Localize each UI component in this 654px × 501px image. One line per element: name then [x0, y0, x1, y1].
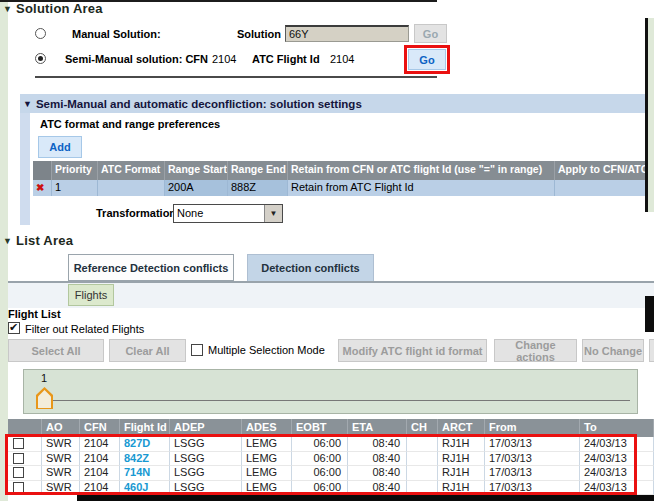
solution-area-title: Solution Area	[16, 1, 103, 16]
tab-reference-detection-conflicts[interactable]: Reference Detection conflicts	[68, 254, 234, 281]
header-eobt: EOBT	[292, 419, 348, 437]
collapse-triangle-icon[interactable]: ▼	[3, 236, 12, 246]
no-change-button[interactable]: No Change	[582, 339, 644, 362]
transformation-rule-value: None	[174, 205, 264, 222]
flight-row[interactable]: SWR 2104 460J LSGG LEMG 06:00 08:40 RJ1H…	[8, 481, 654, 496]
truncated-right-button[interactable]: S	[649, 339, 654, 362]
flight-row[interactable]: SWR 2104 842Z LSGG LEMG 06:00 08:40 RJ1H…	[8, 452, 654, 467]
modify-atc-format-button[interactable]: Modify ATC flight id format	[338, 339, 487, 362]
cell-eta: 08:40	[348, 466, 407, 481]
list-area-title: List Area	[16, 233, 73, 248]
transformation-rule-dropdown[interactable]: None ▼	[173, 204, 283, 223]
slider-track	[44, 400, 630, 401]
header-from: From	[485, 419, 580, 437]
solution-input[interactable]	[285, 25, 409, 42]
tab-detection-conflicts[interactable]: Detection conflicts	[247, 254, 374, 281]
header-retain: Retain from CFN or ATC flight Id (use "=…	[288, 161, 555, 180]
flight-id-link[interactable]: 842Z	[120, 452, 170, 467]
flight-id-link[interactable]: 460J	[120, 481, 170, 496]
cell-eobt: 06:00	[292, 481, 348, 496]
cell-retain: Retain from ATC Flight Id	[288, 180, 555, 196]
flight-id-link[interactable]: 714N	[120, 466, 170, 481]
atc-preferences-title: ATC format and range preferences	[40, 118, 220, 130]
flight-row[interactable]: SWR 2104 827D LSGG LEMG 06:00 08:40 RJ1H…	[8, 437, 654, 452]
solution-field-label: Solution	[237, 28, 281, 40]
cell-ades: LEMG	[242, 466, 292, 481]
select-all-button[interactable]: Select All	[8, 339, 104, 362]
header-range-start: Range Start	[165, 161, 228, 180]
cell-range-start[interactable]: 200A	[165, 180, 228, 196]
cell-ch	[407, 452, 438, 467]
selection-slider-panel	[23, 369, 638, 414]
filter-related-checkbox[interactable]	[8, 322, 20, 334]
collapse-triangle-icon[interactable]: ▼	[3, 4, 12, 14]
flight-row-checkbox[interactable]	[13, 438, 24, 449]
cell-ch	[407, 466, 438, 481]
cell-arct: RJ1H	[438, 481, 485, 496]
dropdown-arrow-icon[interactable]: ▼	[264, 205, 282, 222]
delete-row-icon[interactable]: ✖	[36, 182, 44, 193]
preferences-table-header: Priority ATC Format Range Start Range En…	[33, 161, 654, 180]
slider-value: 1	[41, 372, 47, 384]
cell-eta: 08:40	[348, 437, 407, 452]
preferences-table: Priority ATC Format Range Start Range En…	[33, 161, 654, 196]
collapse-triangle-icon[interactable]: ▼	[23, 99, 32, 109]
header-priority: Priority	[52, 161, 98, 180]
semi-manual-solution-radio[interactable]	[35, 53, 46, 64]
flight-row-checkbox[interactable]	[13, 453, 24, 464]
deconfliction-left-strip	[20, 113, 30, 225]
header-ao: AO	[42, 419, 80, 437]
preferences-table-row[interactable]: ✖ 1 200A 888Z Retain from ATC Flight Id	[33, 180, 654, 196]
left-frame-strip	[0, 0, 8, 501]
multiple-selection-label: Multiple Selection Mode	[208, 344, 325, 356]
cell-ades: LEMG	[242, 437, 292, 452]
manual-go-button[interactable]: Go	[414, 24, 447, 43]
cell-ades: LEMG	[242, 452, 292, 467]
cell-eobt: 06:00	[292, 466, 348, 481]
cell-eta: 08:40	[348, 481, 407, 496]
cell-from: 17/03/13	[485, 452, 580, 467]
cell-ao: SWR	[42, 437, 80, 452]
cell-to: 24/03/13	[580, 452, 654, 467]
list-area-header: ▼List Area	[3, 233, 73, 248]
semi-manual-go-button[interactable]: Go	[408, 49, 446, 70]
cell-cfn: 2104	[80, 481, 120, 496]
cell-ch	[407, 481, 438, 496]
flight-table: AO CFN Flight Id ADEP ADES EOBT ETA CH A…	[8, 419, 654, 495]
clear-all-button[interactable]: Clear All	[109, 339, 186, 362]
manual-solution-radio[interactable]	[35, 28, 46, 39]
flight-id-link[interactable]: 827D	[120, 437, 170, 452]
cell-to: 24/03/13	[580, 437, 654, 452]
cell-eobt: 06:00	[292, 452, 348, 467]
multiple-selection-checkbox[interactable]	[191, 344, 203, 356]
flight-list-title: Flight List	[8, 308, 61, 320]
header-eta: ETA	[348, 419, 407, 437]
atc-flight-id-label: ATC Flight Id	[252, 53, 320, 65]
cell-cfn: 2104	[80, 437, 120, 452]
cell-priority: 1	[52, 180, 98, 196]
cell-from: 17/03/13	[485, 437, 580, 452]
cell-range-end[interactable]: 888Z	[228, 180, 288, 196]
deconfliction-title: Semi-Manual and automatic deconfliction:…	[36, 98, 362, 110]
cell-ao: SWR	[42, 481, 80, 496]
flight-row[interactable]: SWR 2104 714N LSGG LEMG 06:00 08:40 RJ1H…	[8, 466, 654, 481]
solution-separator	[35, 76, 437, 78]
add-button[interactable]: Add	[38, 136, 82, 158]
right-frame-block	[645, 296, 654, 332]
right-frame-line	[645, 18, 654, 212]
cell-adep: LSGG	[170, 437, 242, 452]
cell-arct: RJ1H	[438, 437, 485, 452]
flight-row-checkbox[interactable]	[13, 482, 24, 493]
cell-eta: 08:40	[348, 452, 407, 467]
bottom-frame-bar	[77, 495, 654, 501]
flight-row-checkbox[interactable]	[13, 467, 24, 478]
cell-to: 24/03/13	[580, 466, 654, 481]
slider-handle[interactable]	[36, 387, 53, 409]
cell-to: 24/03/13	[580, 481, 654, 496]
cell-cfn: 2104	[80, 452, 120, 467]
change-actions-button[interactable]: Change actions	[494, 339, 577, 362]
tab-flights[interactable]: Flights	[68, 284, 114, 306]
cell-adep: LSGG	[170, 452, 242, 467]
cell-atc-format	[98, 180, 165, 196]
header-to: To	[580, 419, 654, 437]
